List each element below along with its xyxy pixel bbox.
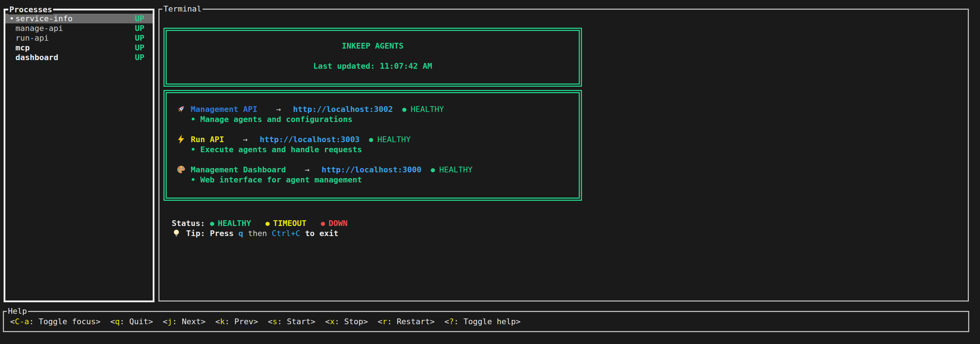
help-panel: Help <C-a: Toggle focus> <q: Quit> <j: N… bbox=[3, 311, 969, 332]
process-row-mcp[interactable]: mcp UP bbox=[5, 43, 153, 53]
key-label: x bbox=[330, 317, 334, 326]
key-label: k bbox=[220, 317, 224, 326]
legend-text: TIMEOUT bbox=[273, 219, 306, 228]
service-description: • Execute agents and handle requests bbox=[191, 144, 571, 154]
process-name: dashboard bbox=[16, 53, 58, 62]
arrow-right-icon: → bbox=[305, 165, 309, 174]
help-binding-toggle-help: <?: Toggle help> bbox=[444, 317, 520, 326]
key-label: q bbox=[115, 317, 119, 326]
processes-panel: Processes • service-info UP manage-api U… bbox=[3, 9, 154, 302]
timeout-dot-icon: ● bbox=[266, 219, 269, 227]
help-binding-restart: <r: Restart> bbox=[377, 317, 435, 326]
process-status-badge: UP bbox=[135, 53, 145, 62]
process-row-manage-api[interactable]: manage-api UP bbox=[5, 23, 153, 33]
service-url[interactable]: http://localhost:3002 bbox=[293, 105, 393, 114]
legend-item-down: ● DOWN bbox=[321, 219, 347, 228]
process-status-badge: UP bbox=[135, 34, 145, 42]
tip-prefix: Tip: Press bbox=[186, 229, 239, 238]
key-label: r bbox=[382, 317, 387, 326]
help-binding-quit: <q: Quit> bbox=[110, 317, 153, 326]
service-label: Management Dashboard bbox=[191, 165, 286, 174]
service-url[interactable]: http://localhost:3000 bbox=[321, 165, 422, 174]
key-label: ? bbox=[449, 317, 454, 326]
processes-panel-title: Processes bbox=[8, 5, 53, 14]
process-list: • service-info UP manage-api UP run-api … bbox=[5, 10, 153, 62]
down-dot-icon: ● bbox=[321, 219, 325, 227]
help-binding-next: <j: Next> bbox=[163, 317, 205, 326]
legend-item-timeout: ● TIMEOUT bbox=[266, 219, 306, 228]
health-dot-icon: ● bbox=[402, 105, 406, 113]
help-binding-prev: <k: Prev> bbox=[215, 317, 258, 326]
process-name: manage-api bbox=[16, 24, 63, 33]
process-status-badge: UP bbox=[135, 24, 145, 33]
health-dot-icon: ● bbox=[431, 165, 435, 173]
tip-line: Tip: Press q then Ctrl+C to exit bbox=[172, 228, 968, 238]
legend-text: HEALTHY bbox=[218, 219, 251, 228]
healthy-dot-icon: ● bbox=[210, 219, 214, 227]
legend-text: DOWN bbox=[329, 219, 348, 228]
service-description: • Manage agents and configurations bbox=[191, 114, 571, 124]
terminal-output: INKEEP AGENTS Last updated: 11:07:42 AM bbox=[159, 10, 968, 238]
rocket-icon bbox=[177, 104, 191, 114]
terminal-panel: Terminal INKEEP AGENTS Last updated: 11:… bbox=[158, 9, 969, 302]
process-status-badge: UP bbox=[135, 43, 145, 52]
process-row-run-api[interactable]: run-api UP bbox=[5, 33, 153, 43]
help-bindings: <C-a: Toggle focus> <q: Quit> <j: Next> … bbox=[4, 312, 968, 331]
service-management-dashboard: Management Dashboard → http://localhost:… bbox=[177, 165, 571, 185]
service-description: • Web interface for agent management bbox=[191, 174, 571, 185]
arrow-right-icon: → bbox=[243, 135, 248, 144]
header-box: INKEEP AGENTS Last updated: 11:07:42 AM bbox=[164, 28, 582, 87]
status-legend: Status: ● HEALTHY ● TIMEOUT ● DOWN bbox=[172, 218, 968, 228]
process-name: run-api bbox=[16, 34, 49, 42]
legend-item-healthy: ● HEALTHY bbox=[210, 219, 251, 228]
service-run-api: Run API → http://localhost:3003 ● HEALTH… bbox=[177, 134, 571, 154]
key-label: j bbox=[167, 317, 172, 326]
health-dot-icon: ● bbox=[369, 135, 373, 143]
service-label: Run API bbox=[191, 135, 224, 144]
service-health-status: HEALTHY bbox=[410, 105, 444, 114]
tip-key-combo: Ctrl+C bbox=[272, 229, 300, 238]
key-label: C-a bbox=[15, 317, 29, 326]
palette-icon bbox=[177, 165, 191, 174]
bolt-icon bbox=[177, 134, 191, 144]
services-box: Management API → http://localhost:3002 ●… bbox=[164, 90, 582, 201]
tip-suffix: to exit bbox=[300, 229, 339, 238]
bulb-icon bbox=[172, 229, 186, 238]
help-binding-start: <s: Start> bbox=[267, 317, 315, 326]
tip-middle: then bbox=[243, 229, 272, 238]
service-health-status: HEALTHY bbox=[439, 165, 473, 174]
arrow-right-icon: → bbox=[276, 105, 280, 114]
service-label: Management API bbox=[191, 105, 257, 114]
app-title: INKEEP AGENTS bbox=[167, 41, 579, 51]
process-row-service-info[interactable]: • service-info UP bbox=[5, 14, 153, 23]
process-row-dashboard[interactable]: dashboard UP bbox=[5, 53, 153, 62]
selected-bullet: • bbox=[10, 14, 16, 23]
service-health-status: HEALTHY bbox=[377, 135, 411, 144]
process-name: service-info bbox=[16, 14, 73, 23]
help-binding-stop: <x: Stop> bbox=[325, 317, 368, 326]
last-updated: Last updated: 11:07:42 AM bbox=[167, 61, 579, 71]
help-binding-toggle-focus: <C-a: Toggle focus> bbox=[10, 317, 100, 326]
terminal-panel-title: Terminal bbox=[162, 4, 203, 14]
tip-key-q: q bbox=[239, 229, 243, 238]
status-legend-label: Status: bbox=[172, 219, 205, 228]
key-label: s bbox=[273, 317, 277, 326]
process-status-badge: UP bbox=[135, 14, 145, 23]
service-url[interactable]: http://localhost:3003 bbox=[260, 135, 360, 144]
help-panel-title: Help bbox=[7, 307, 28, 316]
process-name: mcp bbox=[16, 43, 30, 52]
service-management-api: Management API → http://localhost:3002 ●… bbox=[177, 104, 571, 124]
